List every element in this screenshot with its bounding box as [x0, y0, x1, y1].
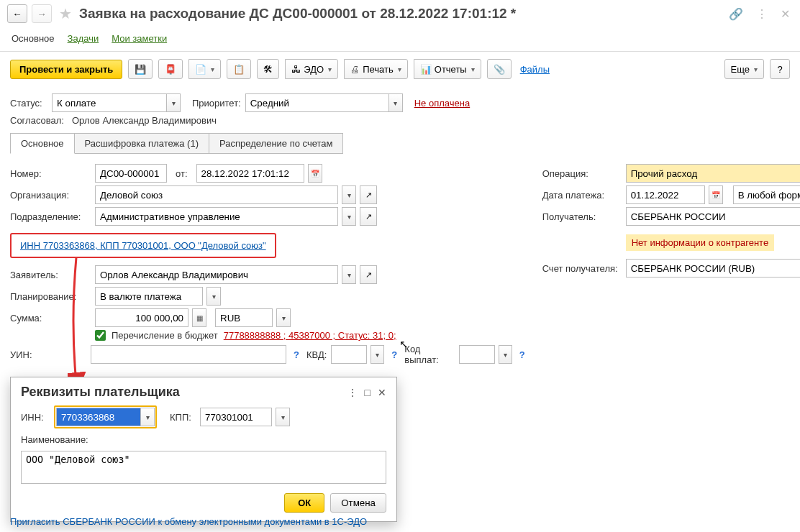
- number-label: Номер:: [10, 168, 91, 179]
- priority-input[interactable]: [245, 93, 389, 112]
- budget-label: Перечисление в бюджет: [112, 330, 218, 341]
- account-input[interactable]: [626, 259, 800, 278]
- cardtab-distrib[interactable]: Распределение по счетам: [209, 133, 343, 154]
- reports-button[interactable]: 📊 Отчеты▾: [414, 59, 481, 79]
- kvd-input[interactable]: [331, 345, 367, 364]
- receiver-input[interactable]: [626, 207, 800, 226]
- post-and-close-button[interactable]: Провести и закрыть: [10, 60, 122, 79]
- close-window-icon[interactable]: ✕: [778, 6, 793, 22]
- sum-label: Сумма:: [10, 313, 91, 324]
- popup-ok-button[interactable]: ОК: [284, 493, 324, 513]
- back-button[interactable]: ←: [7, 4, 27, 23]
- org-dd[interactable]: ▾: [342, 185, 356, 204]
- chevron-down-icon: ▾: [754, 65, 758, 73]
- operation-input[interactable]: [626, 164, 800, 183]
- kodvyplat-dd[interactable]: ▾: [499, 345, 512, 364]
- create-based-button[interactable]: 📄▾: [188, 59, 221, 79]
- paydate-input[interactable]: [626, 185, 705, 204]
- status-input[interactable]: [52, 93, 167, 112]
- cardtab-main[interactable]: Основное: [10, 133, 75, 154]
- kodvyplat-help-icon[interactable]: ?: [519, 349, 525, 360]
- uin-help-icon[interactable]: ?: [294, 349, 299, 360]
- priority-dd[interactable]: ▾: [388, 93, 403, 112]
- account-label: Счет получателя:: [542, 263, 622, 274]
- floppy-icon: 💾: [135, 64, 146, 75]
- more-button[interactable]: Еще▾: [724, 59, 764, 79]
- org-input[interactable]: [95, 185, 338, 204]
- applicant-dd[interactable]: ▾: [342, 265, 356, 284]
- agreed-value: Орлов Александр Владимирович: [72, 115, 217, 126]
- chevron-down-icon: ▾: [471, 65, 475, 73]
- popup-kebab-icon[interactable]: ⋮: [347, 387, 358, 398]
- counterparty-warn: Нет информации о контрагенте: [626, 234, 775, 251]
- budget-details-link[interactable]: 77788888888 ; 45387000 ; Статус: 31; 0;: [224, 330, 396, 341]
- save-button[interactable]: 💾: [128, 59, 153, 79]
- popup-kpp-input[interactable]: [200, 408, 272, 426]
- dept-input[interactable]: [95, 207, 338, 226]
- paperclip-icon: 📎: [494, 64, 505, 75]
- navtab-tasks[interactable]: Задачи: [68, 33, 99, 44]
- link-icon[interactable]: 🔗: [726, 6, 746, 22]
- applicant-input[interactable]: [95, 265, 338, 284]
- kodvyplat-label: Код выплат:: [404, 344, 454, 365]
- kvd-dd[interactable]: ▾: [371, 345, 384, 364]
- date-input[interactable]: [196, 164, 304, 183]
- dept-open[interactable]: ↗: [360, 207, 377, 226]
- operation-label: Операция:: [542, 168, 622, 179]
- payform-input[interactable]: [733, 185, 800, 204]
- popup-close-icon[interactable]: ✕: [378, 387, 386, 398]
- printer-icon: 🖨: [350, 64, 360, 75]
- popup-inn-input[interactable]: [56, 408, 141, 426]
- navtab-main[interactable]: Основное: [12, 33, 55, 44]
- kodvyplat-input[interactable]: [459, 345, 495, 364]
- help-button[interactable]: ?: [770, 59, 790, 79]
- chevron-down-icon: ▾: [211, 65, 214, 73]
- report-icon: 📊: [420, 64, 432, 75]
- kvd-help-icon[interactable]: ?: [391, 349, 397, 360]
- popup-inn-dd[interactable]: ▾: [140, 408, 155, 426]
- plan-dd[interactable]: ▾: [206, 287, 221, 306]
- forward-button[interactable]: →: [32, 4, 52, 23]
- status-dd[interactable]: ▾: [166, 93, 181, 112]
- uin-input[interactable]: [91, 345, 286, 364]
- popup-name-label: Наименование:: [21, 434, 88, 445]
- sum-input[interactable]: [95, 308, 188, 327]
- plan-input[interactable]: [95, 287, 203, 306]
- invite-edo-link[interactable]: Пригласить СБЕРБАНК РОССИИ к обмену элек…: [10, 516, 367, 527]
- list-icon: 📋: [233, 64, 245, 75]
- window-title: Заявка на расходование ДС ДС00-000001 от…: [79, 6, 722, 22]
- currency-input[interactable]: [215, 308, 273, 327]
- popup-maximize-icon[interactable]: □: [365, 387, 371, 398]
- popup-name-textarea[interactable]: [21, 451, 386, 484]
- settings-button[interactable]: 🛠: [257, 59, 279, 79]
- kvd-label: КВД:: [306, 349, 327, 360]
- print-button[interactable]: 🖨 Печать▾: [344, 59, 408, 79]
- attach-button[interactable]: 📎: [487, 59, 512, 79]
- not-paid-link[interactable]: Не оплачена: [414, 98, 470, 109]
- sum-calc[interactable]: ▦: [192, 308, 206, 327]
- dept-dd[interactable]: ▾: [342, 207, 356, 226]
- dept-label: Подразделение:: [10, 211, 91, 222]
- status-label: Статус:: [10, 98, 47, 109]
- applicant-open[interactable]: ↗: [360, 265, 377, 284]
- post-button[interactable]: 📮: [158, 59, 183, 79]
- date-picker[interactable]: 📅: [308, 164, 322, 183]
- paydate-picker[interactable]: 📅: [709, 185, 723, 204]
- list-button[interactable]: 📋: [227, 59, 251, 79]
- star-icon[interactable]: ★: [56, 5, 75, 22]
- kebab-icon[interactable]: ⋮: [753, 6, 771, 22]
- cardtab-decode[interactable]: Расшифровка платежа (1): [74, 133, 209, 154]
- org-open[interactable]: ↗: [360, 185, 377, 204]
- edo-icon: 🖧: [291, 64, 301, 75]
- files-link[interactable]: Файлы: [520, 64, 550, 75]
- popup-kpp-dd[interactable]: ▾: [276, 408, 290, 426]
- edo-button[interactable]: 🖧 ЭДО▾: [285, 59, 338, 79]
- inn-link[interactable]: ИНН 7703363868, КПП 770301001, ООО "Дело…: [20, 240, 266, 251]
- navtab-notes[interactable]: Мои заметки: [112, 33, 167, 44]
- chevron-down-icon: ▾: [328, 65, 332, 73]
- budget-checkbox[interactable]: [95, 330, 106, 341]
- number-input[interactable]: [95, 164, 167, 183]
- currency-dd[interactable]: ▾: [276, 308, 291, 327]
- gear-icon: 🛠: [263, 64, 273, 75]
- popup-cancel-button[interactable]: Отмена: [330, 493, 386, 513]
